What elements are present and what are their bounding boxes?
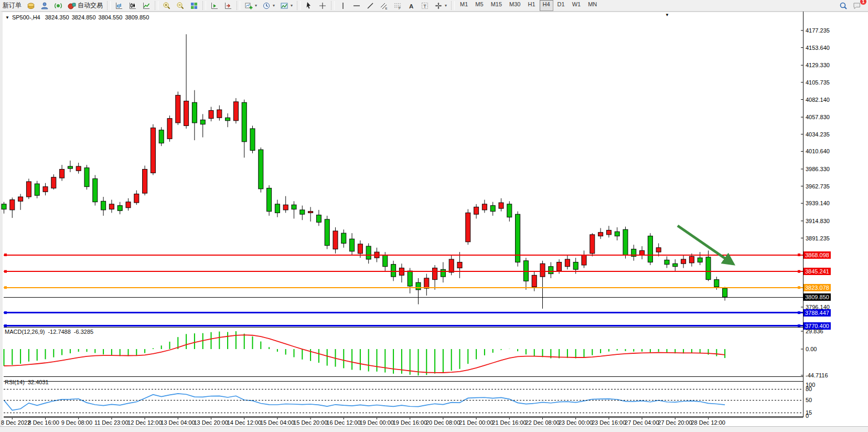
time-label: 27 Dec 20:00: [658, 419, 692, 426]
price-tag: 3868.098: [803, 251, 831, 259]
candle: [275, 200, 280, 217]
candle: [159, 127, 164, 146]
candle: [233, 98, 238, 123]
candle: [631, 245, 636, 260]
time-label: 28 Dec 12:00: [691, 419, 725, 426]
candle: [192, 90, 197, 140]
macd-histogram: [4, 331, 725, 375]
price-tick-label: 4129.330: [806, 62, 830, 68]
time-label: 16 Dec 12:00: [326, 419, 360, 426]
time-label: 21 Dec 00:00: [459, 419, 493, 426]
macd-tick-label: 29.836: [806, 328, 823, 334]
candle: [441, 262, 445, 282]
candle: [532, 271, 537, 291]
rsi-tick-label: 0: [806, 413, 809, 419]
candle: [490, 202, 495, 216]
price-tick-label: 3939.140: [806, 200, 830, 206]
time-label: 15 Dec 20:00: [293, 419, 327, 426]
candle: [433, 265, 437, 290]
horizontal-line[interactable]: [4, 311, 803, 314]
candle: [300, 206, 305, 220]
line-handle: [4, 270, 7, 273]
time-label: 19 Dec 16:00: [393, 419, 427, 426]
candle: [474, 204, 479, 219]
candle: [76, 163, 81, 174]
ohlc-low: 3804.550: [99, 14, 123, 20]
horizontal-line[interactable]: [4, 324, 803, 327]
chart-collapse-icon[interactable]: ▼: [5, 15, 9, 20]
line-handle: [798, 254, 800, 256]
time-label: 22 Dec 08:00: [526, 419, 560, 426]
price-chart-canvas[interactable]: [0, 0, 868, 432]
macd-tick-label: 0.00: [806, 346, 817, 352]
candle: [267, 185, 272, 216]
candle: [60, 165, 65, 181]
horizontal-line[interactable]: [4, 286, 803, 289]
time-label: 23 Dec 16:00: [592, 419, 626, 426]
candle: [648, 233, 652, 265]
candle: [424, 274, 429, 296]
line-handle: [4, 324, 7, 327]
candle: [308, 207, 313, 222]
price-tick-label: 4082.140: [806, 97, 830, 103]
candle: [200, 114, 205, 137]
candle: [665, 256, 669, 268]
candle: [457, 252, 462, 278]
candle: [10, 197, 15, 218]
chart-title: ▼ SP500-,H4 3824.350 3824.850 3804.550 3…: [5, 14, 149, 20]
time-label: 21 Dec 16:00: [492, 419, 526, 426]
time-label: 8 Dec 2022: [1, 419, 30, 426]
candle: [117, 202, 122, 215]
candle: [43, 183, 48, 196]
chart-symbol: SP500-,H4: [12, 14, 40, 20]
candle: [549, 262, 553, 278]
rsi-tick-label: 80: [806, 386, 812, 392]
rsi-label: RSI(14) 32.4031: [5, 379, 49, 385]
candle: [18, 194, 23, 209]
candle: [176, 91, 180, 125]
price-tick-label: 4105.735: [806, 79, 830, 86]
price-tick-label: 4034.235: [806, 131, 830, 138]
price-tick-label: 4177.235: [806, 27, 830, 34]
chart-shift-marker[interactable]: ▼: [665, 13, 669, 17]
candle: [68, 161, 72, 172]
time-label: 8 Dec 16:00: [28, 419, 59, 426]
trend-arrow[interactable]: [678, 226, 733, 264]
time-label: 11 Dec 23:00: [94, 419, 128, 426]
price-tag: 3845.241: [803, 268, 831, 275]
price-tick-label: 4057.830: [806, 114, 830, 120]
candle: [540, 261, 545, 309]
candle: [283, 196, 288, 213]
price-tick-label: 4153.640: [806, 45, 830, 51]
time-label: 13 Dec 04:00: [160, 419, 195, 426]
candle: [143, 166, 147, 196]
time-label: 14 Dec 12:00: [227, 419, 261, 426]
line-handle: [798, 286, 800, 289]
candle: [689, 254, 694, 267]
candle: [449, 255, 454, 276]
line-handle: [798, 311, 800, 314]
candle: [2, 202, 6, 214]
macd-value: -12.7488: [48, 329, 70, 335]
time-label: 27 Dec 04:00: [625, 419, 659, 426]
candle: [482, 200, 487, 213]
status-strip: [0, 426, 868, 432]
candle: [134, 191, 139, 205]
horizontal-line[interactable]: [4, 254, 803, 256]
candle: [623, 227, 628, 259]
mt4-window: 新订单自动交易▾▾▾EFAT▾M1M5M15M30H1H4D1W1MN1 ▼ S…: [0, 0, 868, 432]
price-tick-label: 3962.735: [806, 183, 830, 189]
candle: [523, 258, 528, 290]
candle: [516, 212, 520, 267]
candle: [507, 201, 512, 222]
candle: [598, 228, 603, 239]
candle: [151, 124, 155, 175]
candles-layer: [2, 34, 727, 309]
rsi-value: 32.4031: [28, 379, 49, 385]
candle: [341, 229, 346, 248]
candle: [109, 200, 114, 213]
candle: [250, 125, 255, 153]
line-handle: [4, 286, 7, 289]
time-label: 23 Dec 00:00: [559, 419, 593, 426]
macd-label: MACD(12,26,9) -12.7488 -6.3285: [5, 329, 93, 335]
